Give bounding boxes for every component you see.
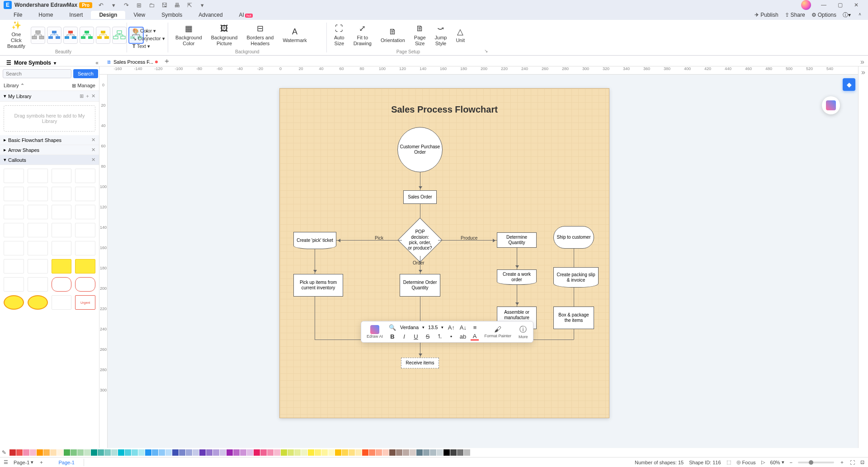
color-swatch[interactable] <box>226 449 233 456</box>
color-swatch[interactable] <box>382 449 389 456</box>
options-button[interactable]: ⚙Options <box>811 12 836 18</box>
callout-shape[interactable] <box>52 205 72 219</box>
connector[interactable] <box>315 297 315 340</box>
shape-determine-qty[interactable]: Determine Quantity <box>497 232 537 248</box>
color-swatch[interactable] <box>138 449 145 456</box>
connector[interactable] <box>336 240 402 241</box>
connector[interactable] <box>315 249 315 274</box>
menu-advanced[interactable]: Advanced <box>190 11 231 19</box>
close-callouts-icon[interactable]: ✕ <box>91 157 95 163</box>
shape-pick-ticket[interactable]: Create 'pick' ticket <box>293 232 336 249</box>
callout-shape[interactable] <box>4 259 24 274</box>
orientation-button[interactable]: 🗎Orientation <box>377 22 409 49</box>
color-swatch[interactable] <box>369 449 375 456</box>
redo-icon[interactable]: ↷ <box>123 1 130 9</box>
undo-icon[interactable]: ↶ <box>98 1 105 9</box>
edraw-ai-button[interactable]: Edraw AI <box>365 325 385 339</box>
color-swatch[interactable] <box>430 449 436 456</box>
fit-page-icon[interactable]: ⛶ <box>850 460 855 465</box>
color-swatch[interactable] <box>71 449 77 456</box>
presentation-icon[interactable]: ▷ <box>761 459 765 465</box>
color-swatch[interactable] <box>199 449 206 456</box>
color-swatch[interactable] <box>64 449 70 456</box>
more-button[interactable]: ⓘ More <box>517 325 530 339</box>
callout-shape[interactable] <box>28 223 48 237</box>
numbered-list-icon[interactable]: ⒈ <box>435 332 443 340</box>
color-swatch[interactable] <box>362 449 368 456</box>
color-swatch[interactable] <box>281 449 287 456</box>
ai-assistant-bubble[interactable] <box>822 96 840 114</box>
shape-packing-slip[interactable]: Create packing slip & invoice <box>553 267 599 288</box>
callout-shape[interactable] <box>28 259 48 274</box>
color-swatch[interactable] <box>389 449 396 456</box>
color-swatch[interactable] <box>328 449 335 456</box>
increase-font-icon[interactable]: A↑ <box>447 323 455 331</box>
color-swatch[interactable] <box>152 449 158 456</box>
color-swatch[interactable] <box>450 449 457 456</box>
color-swatch[interactable] <box>240 449 246 456</box>
menu-home[interactable]: Home <box>30 11 61 19</box>
zoom-slider[interactable] <box>798 462 834 463</box>
callout-shape[interactable] <box>4 205 24 219</box>
color-swatch[interactable] <box>9 449 16 456</box>
menu-design[interactable]: Design <box>91 11 125 19</box>
auto-size-button[interactable]: ⛶Auto Size <box>330 22 348 49</box>
color-swatch[interactable] <box>159 449 165 456</box>
underline-icon[interactable]: U <box>412 332 420 340</box>
font-family-select[interactable]: Verdana <box>400 325 419 330</box>
color-swatch[interactable] <box>342 449 348 456</box>
background-color-button[interactable]: ▦Background Color <box>172 22 206 49</box>
color-swatch[interactable] <box>308 449 314 456</box>
style-preset-6[interactable] <box>112 27 127 44</box>
color-swatch[interactable] <box>104 449 111 456</box>
maximize-button[interactable]: ▢ <box>832 0 848 10</box>
page-setup-launcher[interactable]: ↘ <box>484 48 488 53</box>
font-color-icon[interactable]: A <box>471 332 479 340</box>
color-swatch[interactable] <box>403 449 409 456</box>
fit-drawing-button[interactable]: ⤢Fit to Drawing <box>350 22 375 49</box>
color-swatch[interactable] <box>321 449 328 456</box>
page-select[interactable]: Page-1 ▾ <box>14 459 33 465</box>
callout-shape[interactable] <box>28 241 48 255</box>
connector[interactable] <box>517 285 517 307</box>
color-swatch[interactable] <box>179 449 185 456</box>
color-swatch[interactable] <box>193 449 199 456</box>
callout-shape[interactable] <box>52 259 72 274</box>
layers-icon[interactable]: ⬚ <box>726 459 731 465</box>
page-list-icon[interactable]: ☰ <box>4 459 8 465</box>
callout-shape[interactable]: Urgent <box>75 295 95 310</box>
color-swatch[interactable] <box>355 449 362 456</box>
help-button[interactable]: ⓘ▾ <box>843 11 851 19</box>
canvas-scroll[interactable]: Sales Process Flowchart Customer Purchas… <box>108 75 858 448</box>
color-swatch[interactable] <box>260 449 267 456</box>
background-picture-button[interactable]: 🖼Background Picture <box>208 22 241 49</box>
font-size-select[interactable]: 13.5 <box>428 325 438 330</box>
zoom-level[interactable]: 60% ▾ <box>770 459 784 465</box>
connector[interactable] <box>574 288 574 307</box>
color-swatch[interactable] <box>118 449 124 456</box>
callout-shape[interactable] <box>75 187 95 201</box>
callout-shape[interactable] <box>52 223 72 237</box>
color-swatch[interactable] <box>132 449 138 456</box>
color-swatch[interactable] <box>457 449 463 456</box>
fit-width-icon[interactable]: ⊡ <box>860 459 864 465</box>
color-swatch[interactable] <box>43 449 50 456</box>
callout-shape[interactable] <box>75 169 95 183</box>
color-swatch[interactable] <box>84 449 90 456</box>
open-icon[interactable]: 🗀 <box>148 1 156 9</box>
basic-flowchart-section[interactable]: ▸Basic Flowchart Shapes✕ <box>0 135 99 145</box>
share-button[interactable]: ⇪Share <box>785 12 805 18</box>
text-dropdown[interactable]: T Text ▾ <box>131 42 164 50</box>
color-swatch[interactable] <box>213 449 219 456</box>
minimize-button[interactable]: — <box>816 0 832 10</box>
callout-shape[interactable] <box>28 169 48 183</box>
color-swatch[interactable] <box>410 449 416 456</box>
shape-work-order[interactable]: Create a work order <box>497 269 537 285</box>
qat-more-icon[interactable]: ▾ <box>199 1 206 9</box>
color-swatch[interactable] <box>335 449 341 456</box>
user-avatar[interactable] <box>801 0 811 10</box>
callout-shape[interactable] <box>52 295 72 310</box>
color-swatch[interactable] <box>416 449 423 456</box>
color-swatch[interactable] <box>16 449 23 456</box>
callout-shape[interactable] <box>75 205 95 219</box>
